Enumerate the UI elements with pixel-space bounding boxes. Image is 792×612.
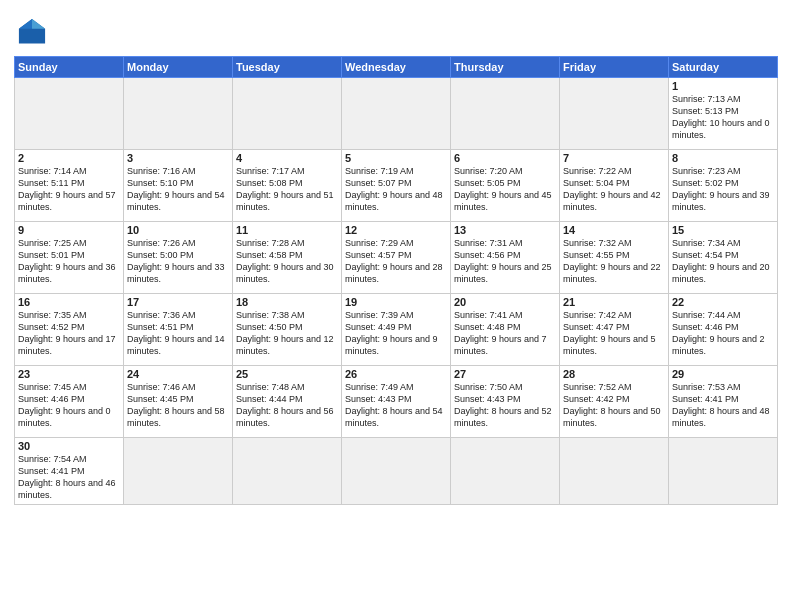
day-info: Sunrise: 7:19 AM Sunset: 5:07 PM Dayligh… bbox=[345, 165, 447, 214]
day-number: 12 bbox=[345, 224, 447, 236]
calendar-week-1: 1Sunrise: 7:13 AM Sunset: 5:13 PM Daylig… bbox=[15, 78, 778, 150]
calendar-cell bbox=[124, 78, 233, 150]
day-number: 13 bbox=[454, 224, 556, 236]
day-info: Sunrise: 7:52 AM Sunset: 4:42 PM Dayligh… bbox=[563, 381, 665, 430]
calendar-cell: 4Sunrise: 7:17 AM Sunset: 5:08 PM Daylig… bbox=[233, 150, 342, 222]
calendar-cell: 13Sunrise: 7:31 AM Sunset: 4:56 PM Dayli… bbox=[451, 222, 560, 294]
calendar-cell: 12Sunrise: 7:29 AM Sunset: 4:57 PM Dayli… bbox=[342, 222, 451, 294]
calendar-cell: 9Sunrise: 7:25 AM Sunset: 5:01 PM Daylig… bbox=[15, 222, 124, 294]
day-info: Sunrise: 7:34 AM Sunset: 4:54 PM Dayligh… bbox=[672, 237, 774, 286]
calendar-cell: 21Sunrise: 7:42 AM Sunset: 4:47 PM Dayli… bbox=[560, 294, 669, 366]
calendar-cell: 2Sunrise: 7:14 AM Sunset: 5:11 PM Daylig… bbox=[15, 150, 124, 222]
logo-icon bbox=[14, 14, 50, 50]
calendar-cell: 19Sunrise: 7:39 AM Sunset: 4:49 PM Dayli… bbox=[342, 294, 451, 366]
day-number: 15 bbox=[672, 224, 774, 236]
calendar-cell: 30Sunrise: 7:54 AM Sunset: 4:41 PM Dayli… bbox=[15, 438, 124, 505]
calendar-cell: 15Sunrise: 7:34 AM Sunset: 4:54 PM Dayli… bbox=[669, 222, 778, 294]
day-number: 23 bbox=[18, 368, 120, 380]
day-number: 10 bbox=[127, 224, 229, 236]
calendar-cell: 25Sunrise: 7:48 AM Sunset: 4:44 PM Dayli… bbox=[233, 366, 342, 438]
day-info: Sunrise: 7:23 AM Sunset: 5:02 PM Dayligh… bbox=[672, 165, 774, 214]
calendar-cell bbox=[233, 438, 342, 505]
day-number: 6 bbox=[454, 152, 556, 164]
calendar-cell: 8Sunrise: 7:23 AM Sunset: 5:02 PM Daylig… bbox=[669, 150, 778, 222]
day-number: 19 bbox=[345, 296, 447, 308]
calendar-cell: 6Sunrise: 7:20 AM Sunset: 5:05 PM Daylig… bbox=[451, 150, 560, 222]
calendar-cell bbox=[669, 438, 778, 505]
day-info: Sunrise: 7:25 AM Sunset: 5:01 PM Dayligh… bbox=[18, 237, 120, 286]
day-number: 8 bbox=[672, 152, 774, 164]
day-number: 28 bbox=[563, 368, 665, 380]
day-number: 16 bbox=[18, 296, 120, 308]
day-number: 24 bbox=[127, 368, 229, 380]
day-info: Sunrise: 7:31 AM Sunset: 4:56 PM Dayligh… bbox=[454, 237, 556, 286]
weekday-header-row: SundayMondayTuesdayWednesdayThursdayFrid… bbox=[15, 57, 778, 78]
day-number: 7 bbox=[563, 152, 665, 164]
calendar-cell: 20Sunrise: 7:41 AM Sunset: 4:48 PM Dayli… bbox=[451, 294, 560, 366]
calendar-week-4: 16Sunrise: 7:35 AM Sunset: 4:52 PM Dayli… bbox=[15, 294, 778, 366]
day-number: 3 bbox=[127, 152, 229, 164]
weekday-header-sunday: Sunday bbox=[15, 57, 124, 78]
day-info: Sunrise: 7:44 AM Sunset: 4:46 PM Dayligh… bbox=[672, 309, 774, 358]
day-info: Sunrise: 7:29 AM Sunset: 4:57 PM Dayligh… bbox=[345, 237, 447, 286]
calendar-cell: 1Sunrise: 7:13 AM Sunset: 5:13 PM Daylig… bbox=[669, 78, 778, 150]
calendar-week-2: 2Sunrise: 7:14 AM Sunset: 5:11 PM Daylig… bbox=[15, 150, 778, 222]
weekday-header-tuesday: Tuesday bbox=[233, 57, 342, 78]
calendar-cell bbox=[342, 438, 451, 505]
day-number: 11 bbox=[236, 224, 338, 236]
calendar-week-3: 9Sunrise: 7:25 AM Sunset: 5:01 PM Daylig… bbox=[15, 222, 778, 294]
day-info: Sunrise: 7:35 AM Sunset: 4:52 PM Dayligh… bbox=[18, 309, 120, 358]
calendar-cell bbox=[451, 78, 560, 150]
day-number: 25 bbox=[236, 368, 338, 380]
day-info: Sunrise: 7:32 AM Sunset: 4:55 PM Dayligh… bbox=[563, 237, 665, 286]
header bbox=[14, 10, 778, 50]
day-info: Sunrise: 7:17 AM Sunset: 5:08 PM Dayligh… bbox=[236, 165, 338, 214]
calendar-cell: 17Sunrise: 7:36 AM Sunset: 4:51 PM Dayli… bbox=[124, 294, 233, 366]
day-number: 26 bbox=[345, 368, 447, 380]
day-info: Sunrise: 7:45 AM Sunset: 4:46 PM Dayligh… bbox=[18, 381, 120, 430]
calendar-cell bbox=[560, 438, 669, 505]
day-info: Sunrise: 7:49 AM Sunset: 4:43 PM Dayligh… bbox=[345, 381, 447, 430]
day-number: 27 bbox=[454, 368, 556, 380]
calendar-cell bbox=[451, 438, 560, 505]
calendar-cell: 14Sunrise: 7:32 AM Sunset: 4:55 PM Dayli… bbox=[560, 222, 669, 294]
calendar-cell: 16Sunrise: 7:35 AM Sunset: 4:52 PM Dayli… bbox=[15, 294, 124, 366]
weekday-header-thursday: Thursday bbox=[451, 57, 560, 78]
calendar-cell: 5Sunrise: 7:19 AM Sunset: 5:07 PM Daylig… bbox=[342, 150, 451, 222]
day-number: 4 bbox=[236, 152, 338, 164]
calendar-cell: 10Sunrise: 7:26 AM Sunset: 5:00 PM Dayli… bbox=[124, 222, 233, 294]
day-info: Sunrise: 7:53 AM Sunset: 4:41 PM Dayligh… bbox=[672, 381, 774, 430]
day-number: 1 bbox=[672, 80, 774, 92]
day-number: 21 bbox=[563, 296, 665, 308]
calendar-cell: 27Sunrise: 7:50 AM Sunset: 4:43 PM Dayli… bbox=[451, 366, 560, 438]
day-info: Sunrise: 7:13 AM Sunset: 5:13 PM Dayligh… bbox=[672, 93, 774, 142]
day-info: Sunrise: 7:16 AM Sunset: 5:10 PM Dayligh… bbox=[127, 165, 229, 214]
calendar-cell bbox=[342, 78, 451, 150]
calendar-cell: 3Sunrise: 7:16 AM Sunset: 5:10 PM Daylig… bbox=[124, 150, 233, 222]
calendar-cell: 7Sunrise: 7:22 AM Sunset: 5:04 PM Daylig… bbox=[560, 150, 669, 222]
day-number: 30 bbox=[18, 440, 120, 452]
calendar-table: SundayMondayTuesdayWednesdayThursdayFrid… bbox=[14, 56, 778, 505]
weekday-header-friday: Friday bbox=[560, 57, 669, 78]
day-number: 22 bbox=[672, 296, 774, 308]
day-info: Sunrise: 7:28 AM Sunset: 4:58 PM Dayligh… bbox=[236, 237, 338, 286]
day-number: 29 bbox=[672, 368, 774, 380]
day-info: Sunrise: 7:39 AM Sunset: 4:49 PM Dayligh… bbox=[345, 309, 447, 358]
calendar-cell bbox=[233, 78, 342, 150]
calendar-cell: 23Sunrise: 7:45 AM Sunset: 4:46 PM Dayli… bbox=[15, 366, 124, 438]
calendar-cell bbox=[15, 78, 124, 150]
day-info: Sunrise: 7:26 AM Sunset: 5:00 PM Dayligh… bbox=[127, 237, 229, 286]
day-info: Sunrise: 7:46 AM Sunset: 4:45 PM Dayligh… bbox=[127, 381, 229, 430]
weekday-header-saturday: Saturday bbox=[669, 57, 778, 78]
day-number: 9 bbox=[18, 224, 120, 236]
calendar-cell bbox=[124, 438, 233, 505]
calendar-cell: 29Sunrise: 7:53 AM Sunset: 4:41 PM Dayli… bbox=[669, 366, 778, 438]
day-info: Sunrise: 7:50 AM Sunset: 4:43 PM Dayligh… bbox=[454, 381, 556, 430]
day-info: Sunrise: 7:42 AM Sunset: 4:47 PM Dayligh… bbox=[563, 309, 665, 358]
calendar-week-6: 30Sunrise: 7:54 AM Sunset: 4:41 PM Dayli… bbox=[15, 438, 778, 505]
day-info: Sunrise: 7:38 AM Sunset: 4:50 PM Dayligh… bbox=[236, 309, 338, 358]
day-info: Sunrise: 7:36 AM Sunset: 4:51 PM Dayligh… bbox=[127, 309, 229, 358]
calendar-week-5: 23Sunrise: 7:45 AM Sunset: 4:46 PM Dayli… bbox=[15, 366, 778, 438]
calendar-cell: 11Sunrise: 7:28 AM Sunset: 4:58 PM Dayli… bbox=[233, 222, 342, 294]
day-info: Sunrise: 7:20 AM Sunset: 5:05 PM Dayligh… bbox=[454, 165, 556, 214]
